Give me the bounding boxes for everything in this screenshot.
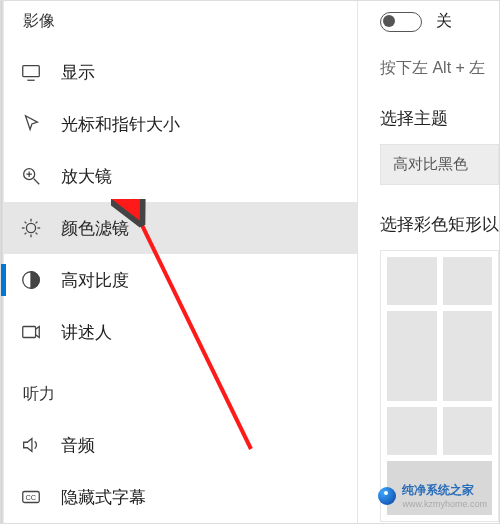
svg-point-6 [26, 223, 35, 232]
captions-icon: CC [19, 485, 43, 509]
sidebar-item-high-contrast[interactable]: 高对比度 [19, 254, 357, 306]
watermark-logo-icon [378, 487, 396, 505]
theme-dropdown-value: 高对比黑色 [393, 155, 468, 172]
section-title-hearing: 听力 [19, 358, 357, 419]
svg-rect-16 [23, 327, 36, 338]
svg-line-13 [25, 233, 27, 235]
content-pane: 关 按下左 Alt + 左 选择主题 高对比黑色 选择彩色矩形以 [358, 1, 499, 523]
svg-rect-0 [23, 66, 40, 77]
sidebar-item-label: 显示 [61, 61, 95, 84]
sidebar-item-color-filters[interactable]: 颜色滤镜 [1, 202, 357, 254]
contrast-icon [19, 268, 43, 292]
theme-dropdown[interactable]: 高对比黑色 [380, 144, 499, 185]
svg-line-3 [34, 179, 40, 185]
sidebar-item-label: 放大镜 [61, 165, 112, 188]
settings-sidebar: 影像 显示 光标和指针大小 放大镜 [1, 1, 358, 523]
section-title-vision: 影像 [19, 1, 357, 46]
audio-icon [19, 433, 43, 457]
scrollbar-left[interactable] [1, 1, 4, 523]
shape-title: 选择彩色矩形以 [380, 213, 499, 236]
sidebar-item-captions[interactable]: CC 隐藏式字幕 [19, 471, 357, 523]
svg-text:CC: CC [26, 493, 37, 502]
svg-line-11 [25, 222, 27, 224]
sidebar-item-cursor[interactable]: 光标和指针大小 [19, 98, 357, 150]
sidebar-item-audio[interactable]: 音频 [19, 419, 357, 471]
sidebar-item-label: 讲述人 [61, 321, 112, 344]
sidebar-item-display[interactable]: 显示 [19, 46, 357, 98]
theme-title: 选择主题 [380, 107, 499, 130]
watermark-url: www.kzmyhome.com [402, 499, 487, 509]
svg-line-12 [36, 233, 38, 235]
sidebar-item-label: 隐藏式字幕 [61, 486, 146, 509]
sidebar-item-magnifier[interactable]: 放大镜 [19, 150, 357, 202]
watermark-brand: 纯净系统之家 [402, 482, 487, 499]
toggle-switch[interactable] [380, 12, 422, 32]
watermark: 纯净系统之家 www.kzmyhome.com [378, 482, 487, 509]
cursor-icon [19, 112, 43, 136]
display-icon [19, 60, 43, 84]
shortcut-hint: 按下左 Alt + 左 [380, 58, 499, 79]
toggle-state-label: 关 [436, 11, 452, 32]
color-filter-icon [19, 216, 43, 240]
sidebar-item-label: 光标和指针大小 [61, 113, 180, 136]
svg-line-14 [36, 222, 38, 224]
narrator-icon [19, 320, 43, 344]
sidebar-item-label: 颜色滤镜 [61, 217, 129, 240]
sidebar-item-label: 高对比度 [61, 269, 129, 292]
sidebar-item-label: 音频 [61, 434, 95, 457]
sidebar-item-narrator[interactable]: 讲述人 [19, 306, 357, 358]
magnifier-icon [19, 164, 43, 188]
